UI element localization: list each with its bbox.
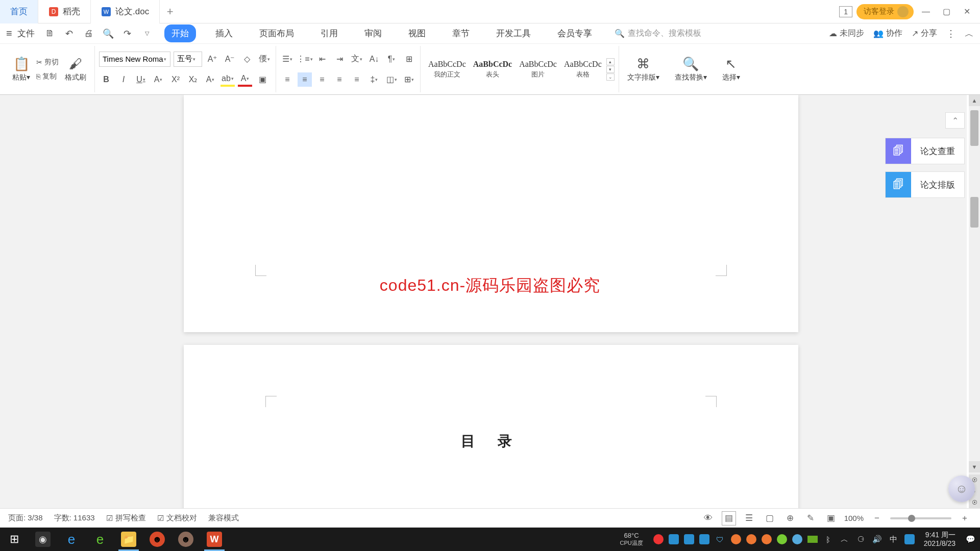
- sync-status[interactable]: ☁未同步: [829, 28, 864, 39]
- tray-chevron-icon[interactable]: ︿: [839, 534, 850, 545]
- tray-app7[interactable]: [762, 534, 772, 544]
- italic-icon[interactable]: I: [116, 72, 131, 87]
- task-wps[interactable]: W: [200, 528, 229, 551]
- tray-app9[interactable]: [792, 534, 802, 544]
- font-name-select[interactable]: Times New Roma▾: [99, 52, 170, 67]
- bullet-list-icon[interactable]: ☰▾: [280, 52, 295, 66]
- paper-check-button[interactable]: 🗐 论文查重: [885, 138, 965, 164]
- tray-app6[interactable]: [746, 534, 756, 544]
- tray-bluetooth-icon[interactable]: ᛒ: [823, 534, 834, 545]
- spell-check[interactable]: ☑拼写检查: [106, 513, 146, 523]
- pencil-icon[interactable]: ✎: [803, 511, 818, 525]
- strikethrough-icon[interactable]: A▾: [151, 72, 165, 87]
- tab-daoke[interactable]: D 稻壳: [38, 0, 91, 23]
- find-replace-button[interactable]: 🔍查找替换▾: [671, 56, 711, 82]
- decrease-font-icon[interactable]: A⁻: [223, 52, 237, 66]
- zoom-out-button[interactable]: −: [870, 511, 884, 525]
- tray-app8[interactable]: [777, 534, 787, 544]
- menu-tab-review[interactable]: 审阅: [357, 24, 389, 42]
- maximize-button[interactable]: ▢: [938, 4, 954, 19]
- clear-format-icon[interactable]: ◇: [240, 52, 254, 66]
- menu-tab-view[interactable]: 视图: [401, 24, 433, 42]
- scroll-down-button[interactable]: ▼: [969, 461, 980, 472]
- tray-app10[interactable]: [904, 534, 915, 544]
- char-border-icon[interactable]: ▣: [255, 72, 270, 87]
- paste-button[interactable]: 📋 粘贴▾: [8, 56, 34, 82]
- increase-font-icon[interactable]: A⁺: [205, 52, 219, 66]
- subscript-icon[interactable]: X₂: [186, 72, 200, 87]
- align-center-icon[interactable]: ≡: [298, 72, 312, 87]
- ribbon-more-icon[interactable]: ⋮: [946, 28, 955, 39]
- cut-button[interactable]: ✂剪切: [34, 56, 61, 68]
- text-effect-icon[interactable]: A▾: [203, 72, 217, 87]
- style-normal[interactable]: AaBbCcDc我的正文: [425, 58, 470, 81]
- vertical-scrollbar[interactable]: ▲ ▼ ⦿ ◦ ⦿: [969, 95, 980, 508]
- action-center-icon[interactable]: 💬: [965, 534, 976, 545]
- qat-undo-icon[interactable]: ↶: [62, 27, 77, 41]
- style-expand[interactable]: ⌄: [606, 73, 615, 81]
- highlight-icon[interactable]: ab▾: [220, 72, 235, 87]
- line-spacing-icon[interactable]: ‡▾: [367, 72, 381, 87]
- task-app1[interactable]: ☻: [143, 528, 172, 551]
- tray-volume-icon[interactable]: 🔊: [872, 534, 883, 545]
- qat-redo-icon[interactable]: ↷: [120, 27, 135, 41]
- tab-document[interactable]: W 论文.doc: [91, 0, 160, 23]
- zoom-fit-icon[interactable]: ▣: [824, 511, 838, 525]
- tray-app4[interactable]: [699, 534, 709, 544]
- style-table[interactable]: AaBbCcDc表格: [560, 58, 605, 81]
- bold-icon[interactable]: B: [99, 72, 113, 87]
- close-button[interactable]: ✕: [959, 4, 975, 19]
- copy-button[interactable]: ⎘复制: [34, 70, 61, 83]
- tab-add-button[interactable]: +: [160, 5, 180, 18]
- border-icon[interactable]: ⊞▾: [402, 72, 416, 87]
- web-layout-icon[interactable]: ⊕: [783, 511, 797, 525]
- format-painter-button[interactable]: 🖌 格式刷: [61, 56, 90, 82]
- assistant-float-button[interactable]: ☺: [948, 475, 975, 502]
- zoom-slider[interactable]: [890, 517, 951, 519]
- eye-icon[interactable]: 👁: [701, 511, 716, 525]
- menu-tab-insert[interactable]: 插入: [208, 24, 240, 42]
- document-page-2[interactable]: 目 录: [184, 345, 798, 508]
- taskbar-clock[interactable]: 9:41 周一 2021/8/23: [920, 531, 960, 548]
- menu-tab-reference[interactable]: 引用: [313, 24, 345, 42]
- tab-icon[interactable]: ⊞: [402, 52, 416, 66]
- file-menu[interactable]: 文件: [17, 28, 35, 39]
- menu-tab-chapter[interactable]: 章节: [445, 24, 477, 42]
- qat-preview-icon[interactable]: 🔍: [101, 27, 115, 41]
- font-size-select[interactable]: 五号▾: [174, 52, 202, 67]
- style-scroll-up[interactable]: ▴: [606, 58, 615, 65]
- page-count[interactable]: 页面: 3/38: [8, 513, 43, 523]
- menu-tab-member[interactable]: 会员专享: [550, 24, 599, 42]
- minimize-button[interactable]: —: [918, 4, 934, 19]
- ribbon-collapse-icon[interactable]: ︿: [965, 28, 974, 40]
- shading-icon[interactable]: ◫▾: [384, 72, 399, 87]
- share-button[interactable]: ↗分享: [912, 28, 937, 39]
- underline-icon[interactable]: U▾: [134, 72, 148, 87]
- qat-print-icon[interactable]: 🖨: [82, 27, 96, 41]
- tab-home[interactable]: 首页: [0, 0, 38, 23]
- print-layout-icon[interactable]: ▤: [722, 511, 736, 525]
- menu-tab-pagelayout[interactable]: 页面布局: [252, 24, 301, 42]
- collab-button[interactable]: 👥协作: [873, 28, 902, 39]
- zoom-level[interactable]: 100%: [844, 514, 864, 522]
- decrease-indent-icon[interactable]: ⇤: [315, 52, 329, 66]
- task-obs[interactable]: ◉: [29, 528, 57, 551]
- read-layout-icon[interactable]: ▢: [763, 511, 777, 525]
- task-browser[interactable]: e: [86, 528, 114, 551]
- tray-app2[interactable]: [669, 534, 679, 544]
- align-distribute-icon[interactable]: ≡: [350, 72, 364, 87]
- scroll-thumb-2[interactable]: [970, 197, 978, 228]
- tray-app1[interactable]: [653, 534, 664, 544]
- style-header[interactable]: AaBbCcDc表头: [470, 58, 516, 81]
- tray-app3[interactable]: [684, 534, 694, 544]
- qat-new-icon[interactable]: 🗎: [43, 27, 57, 41]
- zoom-in-button[interactable]: +: [958, 511, 972, 525]
- start-button[interactable]: ⊞: [0, 528, 29, 551]
- phonetic-icon[interactable]: 偠▾: [257, 52, 272, 66]
- scroll-thumb[interactable]: [970, 110, 978, 146]
- task-ie[interactable]: e: [57, 528, 86, 551]
- hamburger-icon[interactable]: ≡: [6, 28, 12, 39]
- show-marks-icon[interactable]: ¶▾: [384, 52, 399, 66]
- align-left-icon[interactable]: ≡: [280, 72, 295, 87]
- menu-tab-start[interactable]: 开始: [164, 24, 196, 42]
